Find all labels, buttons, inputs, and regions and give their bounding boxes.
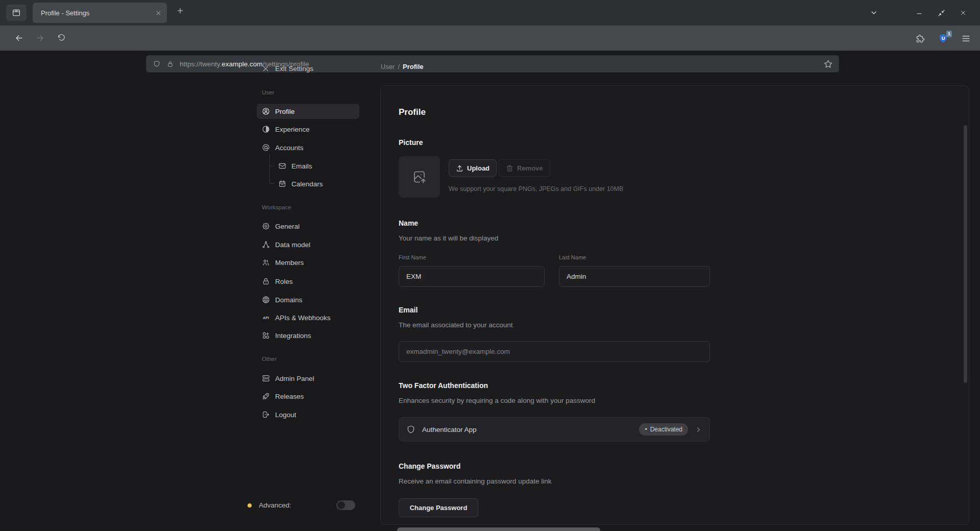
tab-list-chevron-icon[interactable] — [870, 0, 878, 26]
upload-button[interactable]: Upload — [449, 159, 497, 177]
page-title: Profile — [399, 107, 426, 117]
sidebar-item-integrations[interactable]: Integrations — [257, 328, 359, 343]
sidebar-item-apis-webhooks[interactable]: API APIs & Webhooks — [257, 310, 359, 325]
email-input[interactable] — [399, 341, 710, 362]
server-icon — [262, 374, 270, 382]
menu-hamburger-icon[interactable] — [961, 34, 971, 43]
sidebar-item-label: Admin Panel — [275, 375, 314, 382]
sidebar-item-members[interactable]: Members — [257, 255, 359, 270]
breadcrumb-section[interactable]: User — [381, 63, 395, 70]
next-section-partial — [397, 527, 600, 531]
status-bullet: • — [645, 426, 647, 433]
at-sign-icon — [262, 143, 270, 152]
contrast-sphere-icon — [262, 125, 270, 133]
email-heading: Email — [399, 306, 418, 314]
sidebar-item-label: Releases — [275, 393, 304, 400]
sidebar-item-releases[interactable]: Releases — [257, 389, 359, 404]
sidebar-item-label: Integrations — [275, 332, 311, 340]
breadcrumb-page: Profile — [403, 63, 423, 70]
restore-window-button[interactable] — [938, 0, 945, 26]
tab-close-icon[interactable] — [155, 10, 162, 16]
tracking-protection-icon[interactable] — [153, 60, 161, 68]
scrollbar-thumb[interactable] — [964, 125, 967, 383]
name-subtitle: Your name as it will be displayed — [399, 234, 498, 242]
close-x-icon — [262, 65, 270, 73]
status-text: Deactivated — [650, 426, 682, 433]
connection-lock-icon[interactable] — [166, 60, 174, 68]
new-tab-button[interactable] — [176, 7, 184, 15]
minimize-button[interactable] — [916, 0, 923, 26]
back-button[interactable] — [14, 33, 24, 43]
upload-icon — [456, 164, 463, 172]
sidebar-item-general[interactable]: General — [257, 219, 359, 234]
tab-title: Profile - Settings — [41, 9, 155, 17]
sidebar-item-roles[interactable]: Roles — [257, 274, 359, 289]
sidebar-item-calendars[interactable]: Calendars — [257, 176, 359, 191]
sidebar-item-profile[interactable]: Profile — [257, 104, 359, 119]
logout-door-icon — [262, 411, 270, 419]
sidebar-item-label: Roles — [275, 278, 293, 285]
photo-upload-icon — [412, 170, 426, 184]
firefox-view-icon — [12, 8, 21, 17]
sidebar-item-label: APIs & Webhooks — [275, 314, 331, 322]
firefox-view-button[interactable] — [6, 5, 27, 21]
sidebar-item-experience[interactable]: Experience — [257, 122, 359, 137]
remove-label: Remove — [517, 164, 543, 172]
remove-button[interactable]: Remove — [499, 159, 550, 177]
sidebar-item-label: Domains — [275, 296, 302, 304]
bookmark-star-icon[interactable] — [824, 60, 832, 68]
advanced-label: Advanced: — [259, 501, 291, 509]
plus-icon — [176, 7, 184, 15]
sidebar-item-label: Accounts — [275, 144, 304, 152]
profile-settings-card: Profile Picture Upload Remove We support… — [380, 85, 969, 525]
browser-toolbar: https://twenty.example.com/settings/prof… — [0, 26, 980, 51]
sidebar-item-emails[interactable]: Emails — [257, 158, 359, 174]
mail-icon — [278, 162, 286, 170]
user-circle-icon — [262, 107, 270, 115]
sidebar-item-label: Members — [275, 259, 304, 267]
advanced-toggle[interactable] — [336, 500, 355, 510]
svg-text:API: API — [263, 316, 269, 320]
forward-button[interactable] — [35, 33, 45, 43]
breadcrumb-separator: / — [398, 63, 400, 70]
chevron-right-icon — [695, 426, 702, 433]
calendar-icon — [278, 180, 286, 188]
profile-picture-placeholder[interactable] — [399, 156, 440, 198]
sidebar-item-data-model[interactable]: Data model — [257, 237, 359, 252]
sidebar-item-label: Emails — [291, 162, 312, 170]
change-password-subtitle: Receive an email containing password upd… — [399, 477, 551, 485]
first-name-input[interactable] — [399, 266, 545, 287]
last-name-input[interactable] — [559, 266, 710, 287]
url-bar[interactable]: https://twenty.example.com/settings/prof… — [146, 55, 839, 73]
reload-button[interactable] — [57, 33, 66, 42]
ublock-extension-button[interactable]: U 1 — [938, 33, 948, 43]
sidebar-item-label: Profile — [275, 108, 295, 115]
exit-settings-button[interactable]: Exit Settings — [262, 61, 313, 76]
sidebar-item-admin-panel[interactable]: Admin Panel — [257, 371, 359, 386]
close-window-button[interactable] — [960, 0, 967, 26]
sidebar-item-label: Logout — [275, 411, 296, 419]
picture-hint: We support your square PNGs, JPEGs and G… — [449, 185, 623, 192]
url-prefix: https://twenty. — [180, 60, 222, 68]
browser-tab[interactable]: Profile - Settings — [33, 3, 167, 23]
sidebar-item-label: General — [275, 223, 300, 230]
extension-badge: 1 — [946, 31, 952, 37]
authenticator-app-row[interactable]: Authenticator App •Deactivated — [399, 417, 710, 442]
status-badge: •Deactivated — [639, 423, 688, 436]
nav-group-other: Other — [262, 356, 277, 362]
sidebar-item-domains[interactable]: Domains — [257, 292, 359, 307]
sidebar-item-logout[interactable]: Logout — [257, 407, 359, 422]
extensions-puzzle-icon[interactable] — [916, 34, 925, 43]
change-password-button[interactable]: Change Password — [399, 498, 478, 517]
sidebar-item-label: Experience — [275, 126, 310, 133]
first-name-label: First Name — [399, 254, 426, 260]
breadcrumb: User / Profile — [381, 63, 424, 70]
browser-tab-bar: Profile - Settings — [0, 0, 980, 26]
change-password-heading: Change Password — [399, 462, 460, 470]
last-name-label: Last Name — [559, 254, 586, 260]
rocket-icon — [262, 392, 270, 400]
email-subtitle: The email associated to your account — [399, 321, 513, 329]
svg-text:U: U — [942, 36, 945, 41]
twofa-heading: Two Factor Authentication — [399, 381, 488, 390]
sidebar-item-accounts[interactable]: Accounts — [257, 140, 359, 155]
